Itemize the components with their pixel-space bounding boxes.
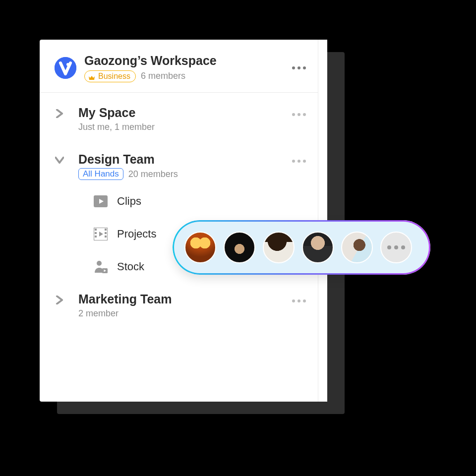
member-avatar[interactable] [224,232,255,263]
team-item-design-team[interactable]: Design Team All Hands 20 members [40,132,318,180]
svg-rect-9 [105,236,107,238]
workspace-logo-icon[interactable] [55,57,76,79]
team-subtitle: 20 members [128,169,178,179]
svg-rect-5 [95,232,97,234]
workspace-member-count: 6 members [141,71,185,81]
member-more-button[interactable] [380,232,412,263]
chevron-right-icon[interactable] [53,107,66,120]
play-icon [93,194,108,209]
crown-icon [88,73,95,79]
more-icon [292,66,306,69]
child-label: Stock [117,260,144,273]
workspace-header: Gaozong’s Workspace Business 6 members [40,40,318,93]
member-avatar[interactable] [341,232,373,263]
team-more-button[interactable] [291,154,307,168]
chevron-right-icon[interactable] [53,293,66,307]
svg-rect-6 [95,236,97,238]
more-icon [292,299,306,302]
svg-point-0 [55,57,76,79]
team-title: Design Team [78,152,283,167]
team-more-button[interactable] [291,108,307,121]
chevron-down-icon[interactable] [53,153,66,167]
svg-rect-4 [95,229,97,231]
member-avatar[interactable] [302,232,334,263]
more-icon [292,113,306,116]
team-subtitle: Just me, 1 member [78,122,155,132]
child-label: Projects [117,228,156,240]
svg-rect-7 [105,229,107,231]
plan-badge[interactable]: Business [84,70,136,82]
more-icon [292,160,306,163]
team-more-button[interactable] [291,294,307,308]
team-item-my-space[interactable]: My Space Just me, 1 member [40,93,318,132]
child-item-clips[interactable]: Clips [93,185,318,218]
svg-point-10 [97,261,102,266]
members-avatar-pill [173,220,430,275]
workspace-title[interactable]: Gaozong’s Workspace [84,54,283,68]
member-avatar[interactable] [263,232,295,263]
svg-point-1 [66,63,69,66]
workspace-more-button[interactable] [291,61,307,75]
plan-badge-label: Business [98,71,130,81]
child-label: Clips [117,195,141,208]
team-subtitle: 2 member [78,308,119,319]
team-tag[interactable]: All Hands [78,168,123,180]
svg-rect-8 [105,232,107,234]
team-title: Marketing Team [78,292,283,306]
film-icon [93,227,108,241]
person-play-icon [93,259,108,274]
member-avatar[interactable] [184,232,216,263]
team-item-marketing-team[interactable]: Marketing Team 2 member [40,283,318,319]
team-title: My Space [78,106,283,120]
